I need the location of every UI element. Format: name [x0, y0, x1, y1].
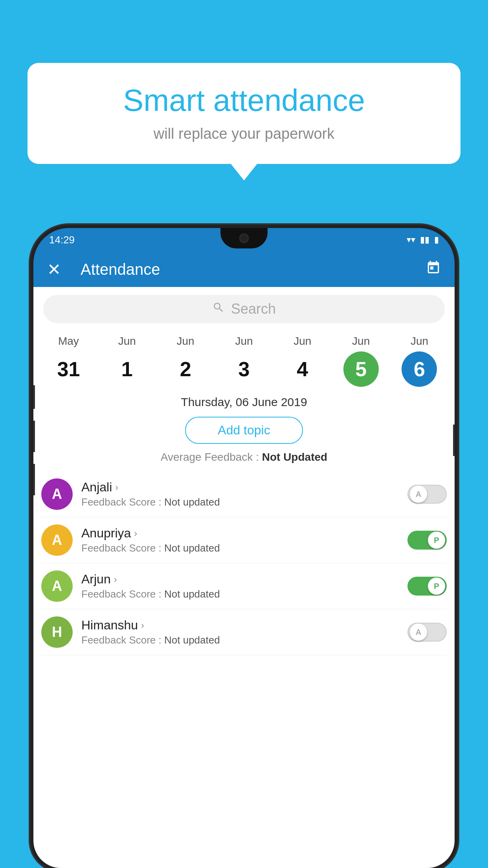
cal-day-2[interactable]: Jun 2 [162, 335, 209, 387]
student-score-arjun: Feedback Score : Not updated [81, 588, 399, 600]
student-item-anupriya[interactable]: A Anupriya › Feedback Score : Not update… [41, 517, 447, 563]
app-header: ✕ Attendance [33, 252, 455, 287]
search-bar[interactable]: Search [43, 295, 445, 323]
cal-day-0[interactable]: May 31 [45, 335, 92, 387]
avg-feedback: Average Feedback : Not Updated [33, 451, 455, 463]
cal-day-6[interactable]: Jun 6 [396, 335, 443, 387]
volume-button-1 [33, 385, 35, 409]
toggle-anupriya[interactable]: P [407, 531, 447, 550]
student-name-anjali: Anjali › [81, 480, 399, 495]
toggle-arjun[interactable]: P [407, 577, 447, 596]
chevron-icon: › [134, 528, 137, 539]
avatar-anjali: A [41, 478, 73, 510]
cal-day-3[interactable]: Jun 3 [220, 335, 268, 387]
toggle-anjali[interactable]: A [407, 485, 447, 504]
phone-notch [220, 228, 268, 248]
avatar-anupriya: A [41, 524, 73, 556]
toggle-himanshu[interactable]: A [407, 623, 447, 642]
camera [239, 234, 249, 243]
student-info-anupriya: Anupriya › Feedback Score : Not updated [81, 526, 399, 554]
student-item-arjun[interactable]: A Arjun › Feedback Score : Not updated P [41, 563, 447, 609]
speech-bubble: Smart attendance will replace your paper… [28, 63, 460, 164]
search-icon [212, 301, 225, 317]
status-bar: 14:29 ▾▾ ▮▮ ▮ [33, 228, 455, 252]
student-info-himanshu: Himanshu › Feedback Score : Not updated [81, 618, 399, 646]
student-list: A Anjali › Feedback Score : Not updated … [33, 471, 455, 655]
chevron-icon: › [141, 620, 144, 631]
student-name-himanshu: Himanshu › [81, 618, 399, 633]
student-score-anupriya: Feedback Score : Not updated [81, 542, 399, 554]
add-topic-button[interactable]: Add topic [185, 417, 303, 444]
phone-frame: 14:29 ▾▾ ▮▮ ▮ ✕ Attendance Search [33, 228, 455, 868]
bubble-title: Smart attendance [51, 83, 437, 118]
volume-button-2 [33, 421, 35, 452]
cal-day-5[interactable]: Jun 5 [338, 335, 385, 387]
status-time: 14:29 [49, 234, 75, 246]
header-title: Attendance [81, 261, 414, 278]
selected-date-label: Thursday, 06 June 2019 [33, 387, 455, 413]
close-button[interactable]: ✕ [47, 260, 61, 279]
calendar-strip: May 31 Jun 1 Jun 2 Jun 3 Jun 4 Jun 5 [33, 331, 455, 387]
search-placeholder: Search [231, 301, 276, 317]
avatar-himanshu: H [41, 616, 73, 648]
battery-icon: ▮ [434, 235, 439, 245]
student-score-himanshu: Feedback Score : Not updated [81, 634, 399, 646]
chevron-icon: › [114, 574, 117, 585]
cal-day-4[interactable]: Jun 4 [279, 335, 326, 387]
avatar-arjun: A [41, 570, 73, 602]
student-score-anjali: Feedback Score : Not updated [81, 496, 399, 508]
wifi-icon: ▾▾ [407, 235, 415, 245]
student-name-arjun: Arjun › [81, 572, 399, 587]
signal-icon: ▮▮ [420, 235, 429, 245]
student-name-anupriya: Anupriya › [81, 526, 399, 541]
volume-button-3 [33, 464, 35, 495]
chevron-icon: › [115, 482, 118, 493]
student-info-arjun: Arjun › Feedback Score : Not updated [81, 572, 399, 600]
power-button [453, 425, 455, 456]
phone-screen: Search May 31 Jun 1 Jun 2 Jun 3 Jun 4 [33, 287, 455, 868]
student-item-himanshu[interactable]: H Himanshu › Feedback Score : Not update… [41, 609, 447, 655]
calendar-icon[interactable] [426, 260, 441, 278]
cal-day-1[interactable]: Jun 1 [103, 335, 150, 387]
bubble-subtitle: will replace your paperwork [51, 125, 437, 142]
student-info-anjali: Anjali › Feedback Score : Not updated [81, 480, 399, 508]
student-item-anjali[interactable]: A Anjali › Feedback Score : Not updated … [41, 471, 447, 517]
status-icons: ▾▾ ▮▮ ▮ [407, 235, 439, 245]
